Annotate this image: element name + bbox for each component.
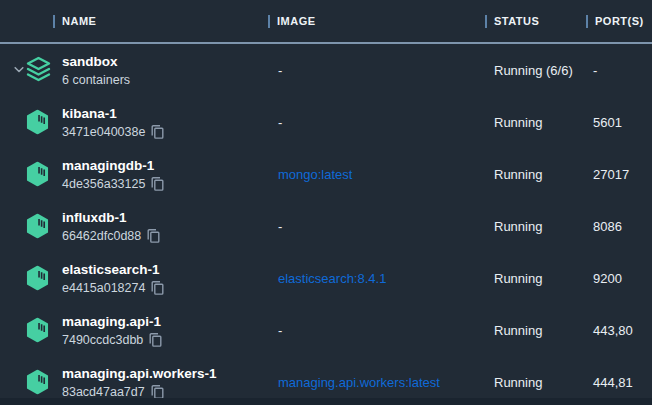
table-body: sandbox6 containers-Running (6/6)- kiban… bbox=[0, 44, 652, 405]
container-id: 3471e040038e bbox=[62, 124, 164, 140]
image-link[interactable]: mongo:latest bbox=[278, 167, 352, 182]
column-header-label: STATUS bbox=[494, 15, 539, 27]
image-value: - bbox=[278, 219, 282, 234]
copy-icon[interactable] bbox=[151, 384, 164, 399]
name-block: elasticsearch-1e4415a018274 bbox=[62, 261, 164, 296]
containers-table: NAME IMAGE STATUS PORT(S) sandbox6 conta… bbox=[0, 0, 652, 405]
bottom-edge-strip bbox=[0, 398, 652, 405]
container-box-icon bbox=[26, 370, 49, 395]
column-separator bbox=[485, 15, 487, 28]
copy-id-button[interactable] bbox=[151, 124, 164, 139]
ports-cell: 8086 bbox=[583, 219, 652, 234]
stack-icon-wrap bbox=[26, 57, 51, 84]
container-icon-wrap bbox=[26, 370, 49, 395]
image-cell: managing.api.workers:latest bbox=[265, 375, 482, 390]
image-value: - bbox=[278, 323, 282, 338]
copy-id-button[interactable] bbox=[149, 332, 162, 347]
container-row[interactable]: managingdb-14de356a33125 mongo:latestRun… bbox=[0, 148, 652, 200]
status-cell: Running bbox=[482, 219, 583, 234]
copy-icon[interactable] bbox=[151, 280, 164, 295]
name-block: influxdb-166462dfc0d88 bbox=[62, 209, 160, 244]
container-count: 6 containers bbox=[62, 72, 130, 88]
image-cell: elasticsearch:8.4.1 bbox=[265, 271, 482, 286]
name-block: kibana-13471e040038e bbox=[62, 105, 164, 140]
name-block: sandbox6 containers bbox=[62, 53, 130, 88]
copy-icon[interactable] bbox=[147, 228, 160, 243]
container-id: e4415a018274 bbox=[62, 280, 164, 296]
copy-icon[interactable] bbox=[151, 176, 164, 191]
container-box-icon bbox=[26, 214, 49, 239]
container-icon-wrap bbox=[26, 110, 49, 135]
container-box-icon bbox=[26, 266, 49, 291]
expand-toggle[interactable] bbox=[14, 67, 24, 74]
image-cell: mongo:latest bbox=[265, 167, 482, 182]
stack-icon bbox=[26, 57, 51, 84]
name-block: managing.api-17490ccdc3dbb bbox=[62, 313, 162, 348]
container-name[interactable]: managing.api-1 bbox=[62, 313, 162, 330]
name-cell: sandbox6 containers bbox=[0, 44, 265, 96]
status-cell: Running bbox=[482, 167, 583, 182]
compose-group-row[interactable]: sandbox6 containers-Running (6/6)- bbox=[0, 44, 652, 96]
column-header-image[interactable]: IMAGE bbox=[268, 0, 316, 42]
container-name[interactable]: managing.api.workers-1 bbox=[62, 365, 217, 382]
ports-cell: - bbox=[583, 63, 652, 78]
container-id: 66462dfc0d88 bbox=[62, 228, 160, 244]
container-icon-wrap bbox=[26, 162, 49, 187]
column-header-name[interactable]: NAME bbox=[53, 0, 96, 42]
ports-cell: 27017 bbox=[583, 167, 652, 182]
column-header-ports[interactable]: PORT(S) bbox=[586, 0, 644, 42]
status-cell: Running bbox=[482, 115, 583, 130]
copy-id-button[interactable] bbox=[151, 176, 164, 191]
column-header-label: PORT(S) bbox=[595, 15, 644, 27]
container-icon-wrap bbox=[26, 214, 49, 239]
sub-label: 6 containers bbox=[62, 72, 130, 88]
image-cell: - bbox=[265, 219, 482, 234]
ports-cell: 443,80 bbox=[583, 323, 652, 338]
image-cell: - bbox=[265, 115, 482, 130]
ports-cell: 9200 bbox=[583, 271, 652, 286]
container-row[interactable]: elasticsearch-1e4415a018274 elasticsearc… bbox=[0, 252, 652, 304]
column-header-label: NAME bbox=[62, 15, 96, 27]
container-name[interactable]: managingdb-1 bbox=[62, 157, 164, 174]
image-link[interactable]: managing.api.workers:latest bbox=[278, 375, 440, 390]
name-cell: managing.api-17490ccdc3dbb bbox=[0, 304, 265, 356]
container-id: 4de356a33125 bbox=[62, 176, 164, 192]
name-block: managing.api.workers-183acd47aa7d7 bbox=[62, 365, 217, 400]
container-name[interactable]: elasticsearch-1 bbox=[62, 261, 164, 278]
container-row[interactable]: influxdb-166462dfc0d88 -Running8086 bbox=[0, 200, 652, 252]
name-cell: elasticsearch-1e4415a018274 bbox=[0, 252, 265, 304]
container-row[interactable]: kibana-13471e040038e -Running5601 bbox=[0, 96, 652, 148]
sub-label: 4de356a33125 bbox=[62, 176, 145, 192]
copy-id-button[interactable] bbox=[151, 384, 164, 399]
column-separator bbox=[586, 15, 588, 28]
copy-id-button[interactable] bbox=[147, 228, 160, 243]
name-cell: managingdb-14de356a33125 bbox=[0, 148, 265, 200]
container-id: 7490ccdc3dbb bbox=[62, 332, 162, 348]
container-name[interactable]: kibana-1 bbox=[62, 105, 164, 122]
copy-icon[interactable] bbox=[151, 124, 164, 139]
copy-icon[interactable] bbox=[149, 332, 162, 347]
column-header-status[interactable]: STATUS bbox=[485, 0, 539, 42]
copy-id-button[interactable] bbox=[151, 280, 164, 295]
column-separator bbox=[268, 15, 270, 28]
status-cell: Running bbox=[482, 375, 583, 390]
container-icon-wrap bbox=[26, 266, 49, 291]
container-box-icon bbox=[26, 110, 49, 135]
image-value: - bbox=[278, 115, 282, 130]
name-block: managingdb-14de356a33125 bbox=[62, 157, 164, 192]
container-icon-wrap bbox=[26, 318, 49, 343]
image-link[interactable]: elasticsearch:8.4.1 bbox=[278, 271, 386, 286]
container-name[interactable]: sandbox bbox=[62, 53, 130, 70]
name-cell: kibana-13471e040038e bbox=[0, 96, 265, 148]
column-separator bbox=[53, 15, 55, 28]
sub-label: 3471e040038e bbox=[62, 124, 145, 140]
container-row[interactable]: managing.api-17490ccdc3dbb -Running443,8… bbox=[0, 304, 652, 356]
chevron-down-icon[interactable] bbox=[14, 67, 24, 74]
ports-cell: 5601 bbox=[583, 115, 652, 130]
column-header-label: IMAGE bbox=[277, 15, 316, 27]
container-box-icon bbox=[26, 162, 49, 187]
status-cell: Running (6/6) bbox=[482, 63, 583, 78]
table-header: NAME IMAGE STATUS PORT(S) bbox=[0, 0, 652, 44]
image-value: - bbox=[278, 63, 282, 78]
container-name[interactable]: influxdb-1 bbox=[62, 209, 160, 226]
